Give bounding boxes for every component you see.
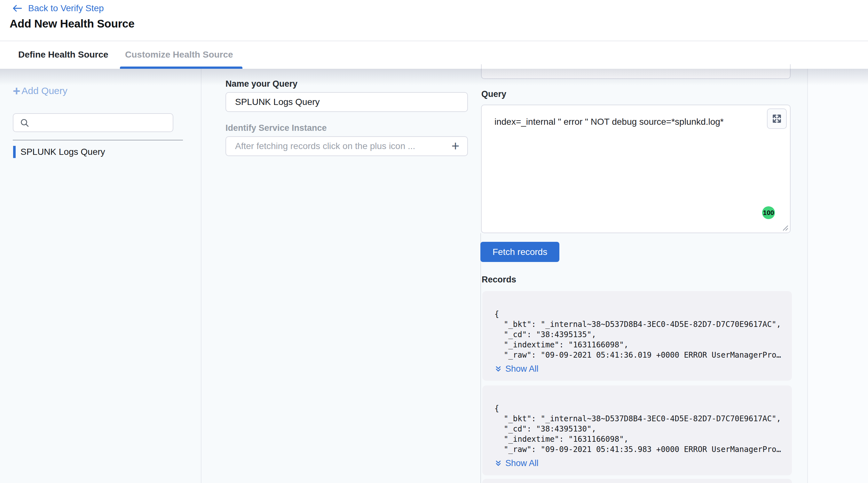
show-all-link[interactable]: Show All	[494, 364, 792, 374]
json-line: {	[494, 309, 785, 319]
back-link-label: Back to Verify Step	[28, 3, 104, 13]
record-json: { "_bkt": "_internal~38~D537D8B4-3EC0-4D…	[482, 386, 792, 455]
json-line: "_indextime": "1631166098",	[494, 340, 785, 350]
expand-icon	[771, 113, 782, 124]
json-line: "_bkt": "_internal~38~D537D8B4-3EC0-4D5E…	[494, 414, 785, 424]
record-card: { "_bkt": "_internal~38~D537D8B4-3EC0-4D…	[482, 386, 792, 475]
resize-handle-icon[interactable]	[780, 223, 789, 231]
back-link[interactable]: Back to Verify Step	[12, 3, 104, 13]
json-line: "_bkt": "_internal~38~D537D8B4-3EC0-4D5E…	[494, 319, 785, 329]
query-builder-panel: Query index=_internal " error " NOT debu…	[472, 69, 807, 483]
expand-query-button[interactable]	[767, 109, 787, 129]
clipped-input-above[interactable]	[481, 64, 790, 79]
query-textarea[interactable]: index=_internal " error " NOT debug sour…	[481, 104, 790, 233]
page-title: Add New Health Source	[9, 17, 135, 30]
json-line: "_raw": "09-09-2021 05:41:35.983 +0000 E…	[494, 444, 785, 455]
fetch-records-button[interactable]: Fetch records	[480, 242, 559, 262]
show-all-label: Show All	[505, 364, 538, 374]
records-left-border	[480, 233, 481, 483]
service-instance-field: +	[225, 136, 468, 156]
json-line: "_indextime": "1631166098",	[494, 434, 785, 444]
show-all-label: Show All	[505, 458, 538, 468]
tab-customize-health-source[interactable]: Customize Health Source	[125, 50, 233, 60]
plus-icon: +	[13, 86, 20, 96]
json-line: "_cd": "38:4395135",	[494, 329, 785, 340]
record-count-badge: 100	[762, 206, 775, 219]
json-line: {	[494, 403, 785, 414]
selected-indicator-bar	[13, 146, 16, 158]
json-line: "_raw": "09-09-2021 05:41:36.019 +0000 E…	[494, 350, 785, 360]
active-tab-underline	[120, 66, 242, 69]
query-item-label: SPLUNK Logs Query	[21, 147, 105, 157]
right-strip	[808, 69, 868, 483]
right-edge-divider	[807, 69, 808, 483]
page-header: Back to Verify Step Add New Health Sourc…	[0, 0, 868, 41]
name-your-query-label: Name your Query	[225, 79, 298, 89]
search-icon	[20, 118, 29, 128]
search-input[interactable]	[34, 118, 162, 128]
back-arrow-icon	[12, 4, 22, 13]
query-name-input[interactable]	[225, 92, 468, 112]
sidebar-divider	[13, 140, 183, 141]
sidebar-item-splunk-logs-query[interactable]: SPLUNK Logs Query	[0, 145, 202, 159]
service-instance-input[interactable]	[225, 136, 468, 156]
query-label: Query	[481, 89, 506, 99]
records-label: Records	[482, 275, 516, 285]
query-sidebar: + Add Query SPLUNK Logs Query	[0, 69, 202, 483]
identify-service-instance-label: Identify Service Instance	[225, 123, 327, 133]
query-value: index=_internal " error " NOT debug sour…	[494, 116, 758, 128]
json-line: "_cd": "38:4395130",	[494, 424, 785, 434]
add-query-button[interactable]: + Add Query	[13, 85, 67, 96]
double-chevron-down-icon	[494, 365, 502, 373]
show-all-link[interactable]: Show All	[494, 458, 792, 468]
add-service-instance-plus-button[interactable]: +	[447, 138, 463, 154]
content-area: + Add Query SPLUNK Logs Query Name your …	[0, 69, 868, 483]
record-json: { "_bkt": "_internal~38~D537D8B4-3EC0-4D…	[482, 291, 792, 360]
tab-define-health-source[interactable]: Define Health Source	[18, 50, 108, 60]
double-chevron-down-icon	[494, 460, 502, 467]
query-form-column: Name your Query Identify Service Instanc…	[202, 69, 472, 483]
record-card: { "_bkt": "_internal~38~D537D8B4-3EC0-4D…	[482, 291, 792, 381]
add-query-label: Add Query	[22, 85, 67, 96]
record-card-clipped	[482, 479, 792, 483]
query-search-box[interactable]	[13, 113, 173, 132]
